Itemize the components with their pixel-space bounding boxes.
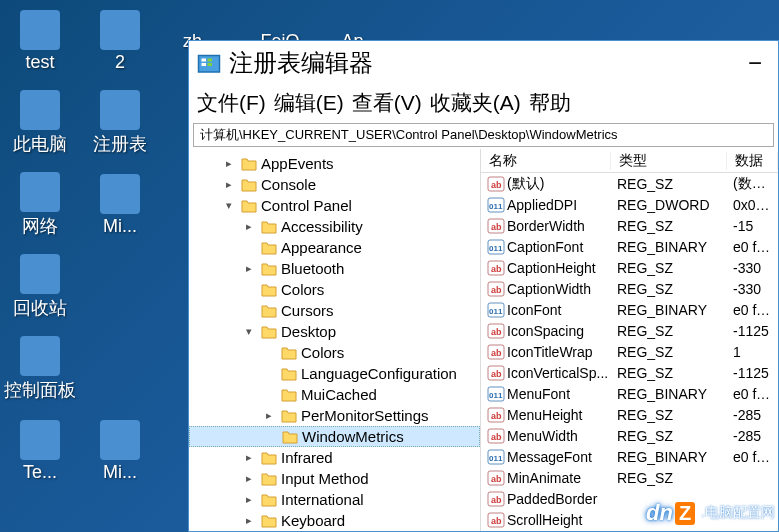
col-type[interactable]: 类型 xyxy=(611,152,727,170)
minimize-button[interactable]: − xyxy=(740,49,770,77)
tree-item-label: Colors xyxy=(301,344,344,361)
list-row[interactable]: ab(默认)REG_SZ(数值未设 xyxy=(481,173,778,194)
chevron-icon[interactable]: ▸ xyxy=(241,472,257,485)
value-type: REG_SZ xyxy=(611,260,727,276)
tree-item[interactable]: WindowMetrics xyxy=(189,426,480,447)
desktop-icon-label: 控制面板 xyxy=(4,378,76,402)
list-row[interactable]: abMenuWidthREG_SZ-285 xyxy=(481,425,778,446)
tree-item[interactable]: MuiCached xyxy=(189,384,480,405)
chevron-icon[interactable]: ▾ xyxy=(241,325,257,338)
svg-text:ab: ab xyxy=(491,264,502,274)
desktop-icon[interactable]: Mi... xyxy=(80,164,160,246)
chevron-icon[interactable]: ▸ xyxy=(241,220,257,233)
value-type: REG_SZ xyxy=(611,176,727,192)
watermark-z: Z xyxy=(675,502,695,525)
list-row[interactable]: abBorderWidthREG_SZ-15 xyxy=(481,215,778,236)
list-row[interactable]: abIconSpacingREG_SZ-1125 xyxy=(481,320,778,341)
value-type: REG_BINARY xyxy=(611,239,727,255)
desktop-icon[interactable]: Te... xyxy=(0,410,80,492)
tree-item[interactable]: ▸AppEvents xyxy=(189,153,480,174)
tree-item[interactable]: ▸Keyboard xyxy=(189,510,480,531)
folder-icon xyxy=(261,283,277,297)
address-bar[interactable]: 计算机\HKEY_CURRENT_USER\Control Panel\Desk… xyxy=(193,123,774,147)
list-row[interactable]: abCaptionWidthREG_SZ-330 xyxy=(481,278,778,299)
string-value-icon: ab xyxy=(487,470,505,486)
list-row[interactable]: abMinAnimateREG_SZ xyxy=(481,467,778,488)
menu-file[interactable]: 文件(F) xyxy=(197,89,266,117)
svg-rect-1 xyxy=(202,59,207,62)
svg-text:ab: ab xyxy=(491,474,502,484)
list-row[interactable]: abIconVerticalSp...REG_SZ-1125 xyxy=(481,362,778,383)
menu-view[interactable]: 查看(V) xyxy=(352,89,422,117)
menu-favorites[interactable]: 收藏夹(A) xyxy=(430,89,521,117)
folder-icon xyxy=(261,493,277,507)
desktop-icon[interactable]: 2 xyxy=(80,0,160,82)
app-icon xyxy=(20,336,60,376)
desktop-icon[interactable]: 回收站 xyxy=(0,246,80,328)
col-data[interactable]: 数据 xyxy=(727,152,778,170)
chevron-icon[interactable]: ▸ xyxy=(241,493,257,506)
chevron-icon[interactable]: ▸ xyxy=(221,157,237,170)
tree-item[interactable]: Appearance xyxy=(189,237,480,258)
svg-text:ab: ab xyxy=(491,432,502,442)
tree-item[interactable]: LanguageConfiguration xyxy=(189,363,480,384)
list-row[interactable]: abIconTitleWrapREG_SZ1 xyxy=(481,341,778,362)
list-row[interactable]: 011AppliedDPIREG_DWORD0x00000 xyxy=(481,194,778,215)
value-data: -330 xyxy=(727,260,778,276)
list-row[interactable]: abMenuHeightREG_SZ-285 xyxy=(481,404,778,425)
chevron-icon[interactable]: ▸ xyxy=(241,451,257,464)
tree-item[interactable]: Colors xyxy=(189,342,480,363)
menu-edit[interactable]: 编辑(E) xyxy=(274,89,344,117)
tree-item[interactable]: ▸PerMonitorSettings xyxy=(189,405,480,426)
list-row[interactable]: 011MenuFontREG_BINARYe0 ff ff ff xyxy=(481,383,778,404)
titlebar[interactable]: 注册表编辑器 − xyxy=(189,41,778,85)
list-row[interactable]: 011MessageFontREG_BINARYe0 ff ff ff xyxy=(481,446,778,467)
tree-item[interactable]: Cursors xyxy=(189,300,480,321)
chevron-icon[interactable]: ▾ xyxy=(221,199,237,212)
value-data: -1125 xyxy=(727,323,778,339)
tree-pane[interactable]: ▸AppEvents▸Console▾Control Panel▸Accessi… xyxy=(189,149,481,531)
list-row[interactable]: 011IconFontREG_BINARYe0 ff ff ff xyxy=(481,299,778,320)
list-pane[interactable]: 名称 类型 数据 ab(默认)REG_SZ(数值未设011AppliedDPIR… xyxy=(481,149,778,531)
tree-item[interactable]: ▸Infrared xyxy=(189,447,480,468)
tree-item[interactable]: Colors xyxy=(189,279,480,300)
value-name: MenuFont xyxy=(507,386,570,402)
tree-item-label: Infrared xyxy=(281,449,333,466)
chevron-icon[interactable]: ▸ xyxy=(241,262,257,275)
desktop-icon[interactable]: Mi... xyxy=(80,410,160,492)
tree-item-label: Control Panel xyxy=(261,197,352,214)
col-name[interactable]: 名称 xyxy=(481,152,611,170)
value-name: MessageFont xyxy=(507,449,592,465)
list-row[interactable]: abCaptionHeightREG_SZ-330 xyxy=(481,257,778,278)
chevron-icon[interactable]: ▸ xyxy=(221,178,237,191)
folder-icon xyxy=(281,367,297,381)
tree-item[interactable]: ▸Accessibility xyxy=(189,216,480,237)
chevron-icon[interactable]: ▸ xyxy=(261,409,277,422)
tree-item[interactable]: ▸Console xyxy=(189,174,480,195)
tree-item[interactable]: ▸Bluetooth xyxy=(189,258,480,279)
desktop-icon[interactable]: 控制面板 xyxy=(0,328,80,410)
desktop-icon[interactable]: test xyxy=(0,0,80,82)
list-row[interactable]: 011CaptionFontREG_BINARYe0 ff ff ff xyxy=(481,236,778,257)
tree-item[interactable]: ▾Desktop xyxy=(189,321,480,342)
tree-item[interactable]: ▸Input Method xyxy=(189,468,480,489)
svg-text:ab: ab xyxy=(491,348,502,358)
desktop-icon[interactable]: 网络 xyxy=(0,164,80,246)
tree-item-label: WindowMetrics xyxy=(302,428,404,445)
folder-icon xyxy=(261,241,277,255)
svg-text:ab: ab xyxy=(491,327,502,337)
string-value-icon: ab xyxy=(487,344,505,360)
svg-text:ab: ab xyxy=(491,180,502,190)
app-icon xyxy=(100,10,140,50)
list-header: 名称 类型 数据 xyxy=(481,149,778,173)
menu-help[interactable]: 帮助 xyxy=(529,89,571,117)
value-name: CaptionHeight xyxy=(507,260,596,276)
tree-item-label: Desktop xyxy=(281,323,336,340)
folder-icon xyxy=(281,409,297,423)
tree-item[interactable]: ▾Control Panel xyxy=(189,195,480,216)
tree-item[interactable]: ▸International xyxy=(189,489,480,510)
desktop-icon[interactable]: 此电脑 xyxy=(0,82,80,164)
svg-text:011: 011 xyxy=(489,244,503,253)
desktop-icon[interactable]: 注册表 xyxy=(80,82,160,164)
chevron-icon[interactable]: ▸ xyxy=(241,514,257,527)
